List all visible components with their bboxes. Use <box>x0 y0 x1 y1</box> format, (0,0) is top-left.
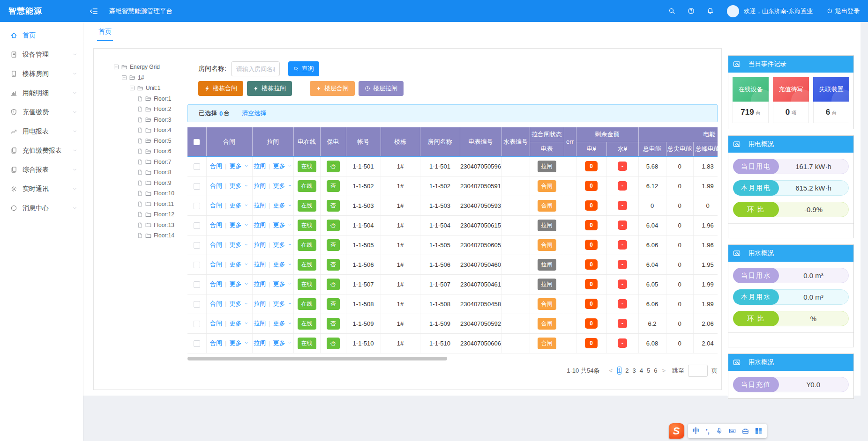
close-switch-link[interactable]: 合闸 <box>210 320 222 327</box>
tree-node[interactable]: Unit:1 <box>113 83 187 94</box>
close-more-link[interactable]: 更多 <box>229 202 248 209</box>
sidebar-item-messages[interactable]: 消息中心 <box>0 198 83 218</box>
logout-button[interactable]: 退出登录 <box>827 7 860 15</box>
close-more-link[interactable]: 更多 <box>229 221 248 228</box>
search-button[interactable]: 查询 <box>288 61 319 76</box>
close-switch-link[interactable]: 合闸 <box>210 162 222 169</box>
row-checkbox[interactable] <box>194 242 200 249</box>
close-switch-link[interactable]: 合闸 <box>210 261 222 268</box>
sidebar-item-summary-report[interactable]: 综合报表 <box>0 160 83 179</box>
close-more-link[interactable]: 更多 <box>229 300 248 307</box>
tree-node[interactable]: Floor:14 <box>113 230 187 241</box>
menu-collapse-icon[interactable] <box>90 7 98 15</box>
open-more-link[interactable]: 更多 <box>273 241 292 248</box>
close-switch-link[interactable]: 合闸 <box>210 221 222 228</box>
close-more-link[interactable]: 更多 <box>229 182 248 189</box>
select-all-checkbox[interactable] <box>194 139 200 145</box>
building-close-button[interactable]: 楼栋合闸 <box>198 81 243 96</box>
open-switch-link[interactable]: 拉闸 <box>254 280 266 287</box>
ime-grid-icon[interactable] <box>755 427 762 434</box>
close-more-link[interactable]: 更多 <box>229 280 248 287</box>
tab-home[interactable]: 首页 <box>97 22 113 41</box>
close-switch-link[interactable]: 合闸 <box>210 280 222 287</box>
sidebar-item-rooms[interactable]: 楼栋房间 <box>0 64 83 83</box>
open-more-link[interactable]: 更多 <box>273 280 292 287</box>
sidebar-item-recharge[interactable]: 充值缴费 <box>0 103 83 122</box>
keyboard-icon[interactable] <box>729 427 736 434</box>
open-switch-link[interactable]: 拉闸 <box>254 202 266 209</box>
tree-node[interactable]: Floor:3 <box>113 115 187 125</box>
close-more-link[interactable]: 更多 <box>229 162 248 169</box>
tree-node[interactable]: Floor:10 <box>113 188 187 199</box>
open-switch-link[interactable]: 拉闸 <box>254 300 266 307</box>
floor-open-button[interactable]: 楼层拉闸 <box>359 81 404 96</box>
row-checkbox[interactable] <box>194 163 200 170</box>
sidebar-item-home[interactable]: 首页 <box>0 26 83 45</box>
page-button-4[interactable]: 4 <box>640 367 643 374</box>
open-more-link[interactable]: 更多 <box>273 339 292 346</box>
sidebar-item-power-report[interactable]: 用电报表 <box>0 122 83 141</box>
close-switch-link[interactable]: 合闸 <box>210 182 222 189</box>
open-more-link[interactable]: 更多 <box>273 261 292 268</box>
floor-close-button[interactable]: 楼层合闸 <box>310 81 355 96</box>
tree-node[interactable]: Floor:2 <box>113 104 187 115</box>
page-button-2[interactable]: 2 <box>625 367 629 374</box>
open-more-link[interactable]: 更多 <box>273 300 292 307</box>
open-more-link[interactable]: 更多 <box>273 221 292 228</box>
close-switch-link[interactable]: 合闸 <box>210 202 222 209</box>
close-switch-link[interactable]: 合闸 <box>210 339 222 346</box>
close-more-link[interactable]: 更多 <box>229 339 248 346</box>
close-switch-link[interactable]: 合闸 <box>210 300 222 307</box>
close-more-link[interactable]: 更多 <box>229 241 248 248</box>
close-more-link[interactable]: 更多 <box>229 261 248 268</box>
open-switch-link[interactable]: 拉闸 <box>254 221 266 228</box>
building-open-button[interactable]: 楼栋拉闸 <box>247 81 292 96</box>
row-checkbox[interactable] <box>194 340 200 347</box>
tree-node[interactable]: 1# <box>113 73 187 83</box>
open-switch-link[interactable]: 拉闸 <box>254 182 266 189</box>
next-page-arrow[interactable]: > <box>662 367 666 374</box>
sidebar-item-recharge-report[interactable]: 充值缴费报表 <box>0 141 83 160</box>
bell-icon[interactable] <box>707 7 714 15</box>
help-icon[interactable] <box>688 7 695 15</box>
row-checkbox[interactable] <box>194 183 200 190</box>
row-checkbox[interactable] <box>194 301 200 308</box>
tree-node[interactable]: Floor:6 <box>113 146 187 157</box>
tree-node[interactable]: Floor:12 <box>113 209 187 220</box>
open-more-link[interactable]: 更多 <box>273 182 292 189</box>
sogou-logo-icon[interactable]: S <box>669 423 684 439</box>
avatar[interactable] <box>727 5 739 17</box>
mic-icon[interactable] <box>716 427 723 434</box>
sidebar-item-devices[interactable]: 设备管理 <box>0 45 83 64</box>
sidebar-item-energy-detail[interactable]: 用能明细 <box>0 83 83 103</box>
tree-node[interactable]: Energy Grid <box>113 62 187 73</box>
open-more-link[interactable]: 更多 <box>273 202 292 209</box>
open-switch-link[interactable]: 拉闸 <box>254 241 266 248</box>
open-more-link[interactable]: 更多 <box>273 162 292 169</box>
ime-chinese-mode[interactable]: 中 <box>693 426 700 435</box>
tree-node[interactable]: Floor:4 <box>113 125 187 136</box>
open-switch-link[interactable]: 拉闸 <box>254 339 266 346</box>
close-switch-link[interactable]: 合闸 <box>210 241 222 248</box>
tree-node[interactable]: Floor:11 <box>113 199 187 210</box>
tree-node[interactable]: Floor:7 <box>113 157 187 168</box>
row-checkbox[interactable] <box>194 262 200 268</box>
tree-node[interactable]: Floor:1 <box>113 94 187 104</box>
row-checkbox[interactable] <box>194 203 200 209</box>
clear-selection-link[interactable]: 清空选择 <box>242 109 266 118</box>
page-button-5[interactable]: 5 <box>647 367 650 374</box>
open-more-link[interactable]: 更多 <box>273 320 292 327</box>
jump-page-input[interactable] <box>688 365 708 377</box>
room-name-input[interactable] <box>231 61 280 76</box>
open-switch-link[interactable]: 拉闸 <box>254 320 266 327</box>
horizontal-scrollbar[interactable] <box>187 357 447 360</box>
prev-page-arrow[interactable]: < <box>609 367 613 374</box>
tree-node[interactable]: Floor:13 <box>113 220 187 231</box>
page-button-1[interactable]: 1 <box>617 367 621 375</box>
tree-node[interactable]: Floor:9 <box>113 178 187 189</box>
page-button-6[interactable]: 6 <box>654 367 657 374</box>
sidebar-item-realtime[interactable]: 实时通讯 <box>0 179 83 198</box>
row-checkbox[interactable] <box>194 222 200 229</box>
row-checkbox[interactable] <box>194 281 200 288</box>
search-icon[interactable] <box>668 7 675 15</box>
